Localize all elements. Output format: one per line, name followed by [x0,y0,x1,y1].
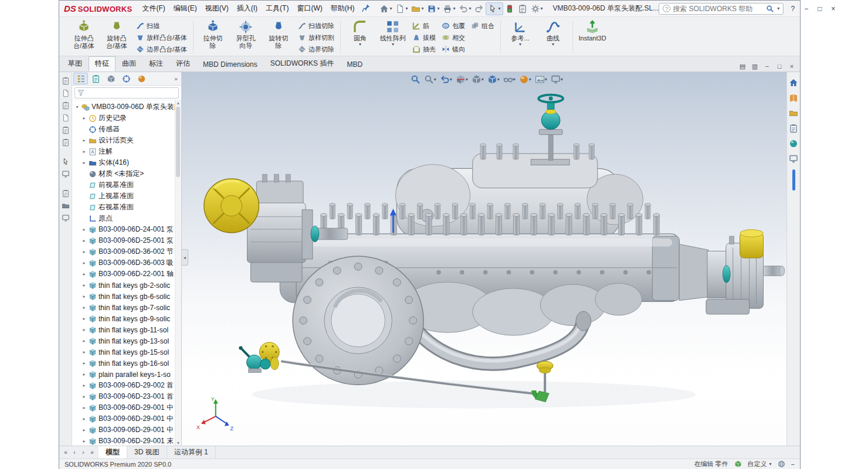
fillet-button[interactable]: 圆角 ▾ [344,18,377,56]
task-pane-scroll-indicator[interactable] [792,169,795,191]
expand-arrow-icon[interactable]: ▸ [82,115,87,121]
scroll-down-icon[interactable]: ▾ [177,440,179,446]
expand-arrow-icon[interactable]: ▸ [82,138,87,143]
draft-button[interactable]: 拔模 [409,32,439,43]
scroll-up-icon[interactable]: ▴ [177,100,179,106]
expand-arrow-icon[interactable]: ▸ [82,338,87,344]
panel-collapse-handle[interactable]: ◂ [182,249,188,266]
tree-item[interactable]: ▸ 历史记录 [73,113,181,124]
tree-item[interactable]: ▸ B03-009-06D-24-001 泵 [73,224,181,235]
revolved-cut-button[interactable]: 旋转切 除 [262,18,295,56]
menu-item[interactable]: 编辑(E) [169,1,201,16]
expand-arrow-icon[interactable]: ▸ [82,372,87,377]
pin-icon[interactable] [362,4,371,14]
intersect-button[interactable]: 相交 [439,32,468,43]
tree-item[interactable]: 传感器 [73,124,181,135]
expand-arrow-icon[interactable]: ▸ [82,149,87,154]
expand-arrow-icon[interactable]: ▸ [82,394,87,399]
doc-restore-button[interactable]: □ [774,61,785,72]
side-tool-5[interactable] [62,126,70,134]
tree-item[interactable]: ▸ B03-009-06D-29-001 中 [73,402,181,413]
expand-arrow-icon[interactable]: ▸ [82,260,87,266]
shell-button[interactable]: 抽壳 [409,44,439,55]
display-style-button[interactable]: ▾ [486,73,501,86]
menu-item[interactable]: 窗口(W) [293,1,326,16]
select-button[interactable]: ▾ [486,2,503,15]
expand-arrow-icon[interactable]: ▸ [82,160,87,165]
tree-item[interactable]: 上视基准面 [73,191,181,202]
tab-scroll-button[interactable]: › [79,449,87,456]
tree-scrollbar[interactable]: ▴ ▾ [175,100,181,446]
appearances-tab[interactable] [789,139,798,148]
command-tab[interactable]: MBD [340,58,369,72]
new-document-button[interactable]: ▾ [394,3,409,15]
curves-button[interactable]: 曲线 ▾ [537,18,569,56]
side-tool-10[interactable] [62,202,70,210]
file-explorer-tab[interactable] [789,108,798,118]
lofted-boss-button[interactable]: 放样凸台/基体 [133,32,190,43]
tree-item[interactable]: ▸ plain parallel keys-1-so [73,369,181,380]
swept-boss-button[interactable]: 扫描 [133,21,190,31]
options-button[interactable]: ▾ [529,3,545,15]
tree-item[interactable]: ▸ 注解 [73,146,181,157]
side-tool-9[interactable] [62,189,70,198]
section-view-button[interactable]: ▾ [455,73,469,86]
tree-item[interactable]: 原点 [73,213,181,224]
doc-minimize-button[interactable]: − [761,61,773,72]
expand-arrow-icon[interactable]: ▸ [82,249,87,254]
propertymanager-tab[interactable] [89,73,103,84]
linear-pattern-button[interactable]: 线性阵列 ▾ [377,18,409,56]
displaymanager-tab[interactable] [134,73,149,84]
zoom-fit-button[interactable] [409,73,422,86]
apply-scene-button[interactable]: ▾ [534,73,548,86]
pane-layout-button[interactable]: ▤ [737,61,748,72]
expand-arrow-icon[interactable]: ▸ [82,349,87,355]
tree-item[interactable]: ▸ thin flat keys gb-13-sol [73,335,181,346]
tree-item[interactable]: ▸ thin flat keys gb-11-sol [73,324,181,335]
tree-item[interactable]: ▸ 设计活页夹 [73,135,181,146]
tree-item[interactable]: 前视基准面 [73,179,181,191]
open-button[interactable]: ▾ [409,3,425,15]
command-tab[interactable]: 评估 [169,56,196,72]
instant3d-button[interactable]: Instant3D [576,18,609,56]
panel-flyout-arrow[interactable]: » [172,76,180,82]
menu-item[interactable]: 文件(F) [138,1,169,16]
extruded-cut-button[interactable]: 拉伸切 除 [196,18,229,56]
tree-item[interactable]: ▸ B03-009-06D-36-003 吸 [73,257,181,269]
side-tool-6[interactable] [62,138,70,147]
expand-arrow-icon[interactable]: ▸ [82,416,87,422]
expand-arrow-icon[interactable]: ▸ [82,383,87,388]
side-tool-4[interactable] [62,114,70,122]
file-properties-button[interactable] [516,3,529,15]
tab-scroll-button[interactable]: « [62,449,70,456]
tree-item[interactable]: ▸ B03-009-06D-36-002 节 [73,246,181,257]
expand-arrow-icon[interactable]: ▸ [82,405,87,410]
pump-assembly-3d-view[interactable]: Y X Z [182,72,786,446]
side-tool-1[interactable] [62,77,70,85]
tree-item[interactable]: ▸ thin flat keys gb-9-solic [73,313,181,324]
minimize-button[interactable]: − [799,2,813,15]
undo-button[interactable]: ▾ [457,3,473,15]
tree-item[interactable]: ▸ B03-009-06D-22-001 轴 [73,269,181,280]
command-tab[interactable]: 草图 [62,56,89,72]
save-button[interactable]: ▾ [425,3,441,15]
graphics-area[interactable]: Y X Z [182,72,786,446]
view-orientation-button[interactable]: ▾ [470,73,485,86]
tab-scroll-button[interactable]: » [88,449,96,456]
expand-arrow-icon[interactable]: ▸ [82,361,87,366]
tree-item[interactable]: ▸ thin flat keys gb-16-sol [73,358,181,369]
redo-button[interactable] [473,3,486,15]
view-settings-button[interactable]: ▾ [550,73,564,86]
expand-arrow-icon[interactable]: ▸ [82,427,87,433]
side-tool-8[interactable] [62,170,70,178]
scrollbar-thumb[interactable] [176,107,180,177]
expand-arrow-icon[interactable]: ▸ [82,294,87,299]
tree-item[interactable]: ▾ VMB03-009-06D 单泵头装配 [73,101,181,113]
expand-arrow-icon[interactable]: ▾ [74,104,80,110]
globe-icon[interactable] [778,460,785,468]
configurationmanager-tab[interactable] [104,73,118,84]
tab-scroll-button[interactable]: ‹ [70,449,79,456]
close-button[interactable]: × [826,2,840,15]
tree-item[interactable]: ▸ B03-009-06D-29-001 中 [73,413,181,424]
rebuild-button[interactable] [503,3,516,15]
